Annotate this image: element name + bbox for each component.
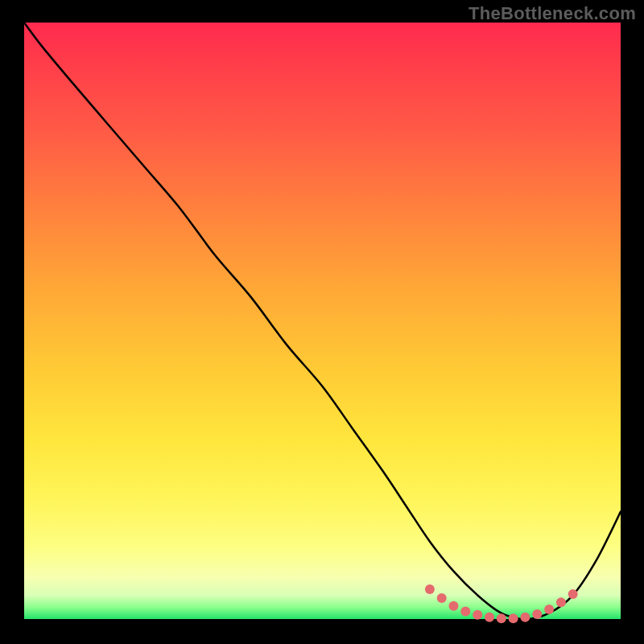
plot-area bbox=[24, 23, 621, 619]
marker-dot bbox=[520, 613, 530, 622]
marker-dot bbox=[556, 597, 566, 607]
marker-dot bbox=[485, 613, 494, 622]
marker-dot bbox=[437, 593, 447, 603]
curve-svg bbox=[24, 23, 621, 619]
watermark-text: TheBottleneck.com bbox=[469, 3, 636, 24]
marker-dot bbox=[544, 605, 554, 614]
marker-dot bbox=[509, 613, 518, 623]
minimum-band-markers bbox=[425, 584, 578, 623]
marker-dot bbox=[425, 584, 435, 594]
marker-dot bbox=[460, 606, 470, 616]
bottleneck-curve bbox=[24, 23, 621, 619]
chart-frame: TheBottleneck.com bbox=[0, 0, 644, 644]
marker-dot bbox=[449, 601, 459, 611]
marker-dot bbox=[568, 589, 578, 599]
marker-dot bbox=[532, 609, 542, 619]
marker-dot bbox=[497, 613, 506, 623]
marker-dot bbox=[473, 610, 482, 620]
